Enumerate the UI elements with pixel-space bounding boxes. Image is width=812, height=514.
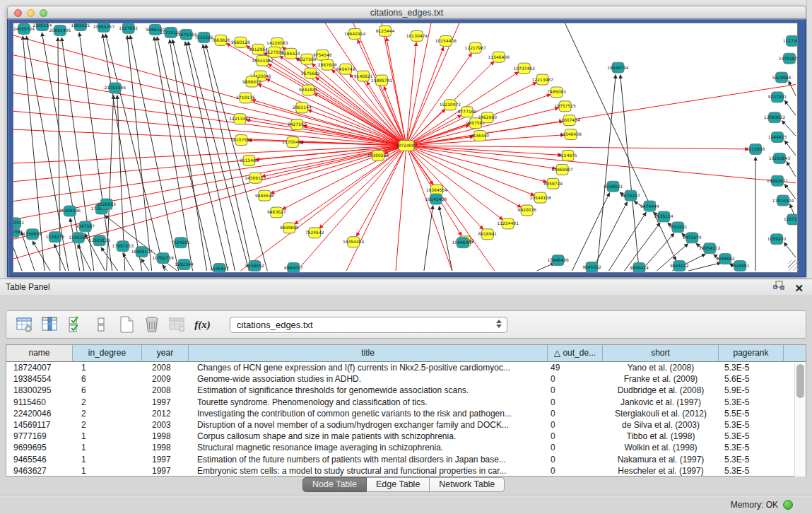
table-row[interactable]: 946554611997Estimation of the future num… [6, 454, 806, 465]
graph-node[interactable]: 18724007 [396, 141, 418, 151]
graph-node[interactable]: 8959719 [543, 178, 563, 189]
graph-node[interactable]: 17016504 [772, 195, 794, 206]
table-row[interactable]: 1938455462009Genome-wide association stu… [6, 373, 806, 385]
graph-node[interactable]: 1065525 [71, 23, 90, 30]
graph-node[interactable]: 9329968 [772, 72, 792, 83]
graph-node[interactable]: 9660128 [231, 37, 250, 47]
graph-node[interactable]: 8918941 [478, 229, 497, 240]
graph-node[interactable]: 1244415 [768, 132, 787, 143]
minimize-window-icon[interactable] [27, 9, 35, 17]
tab-edge-table[interactable]: Edge Table [367, 477, 430, 492]
graph-node[interactable]: 9645012 [582, 262, 601, 273]
table-row[interactable]: 1456911722003Disruption of a novel membe… [6, 419, 806, 431]
graph-node[interactable]: 7515526 [194, 32, 213, 42]
table-settings-icon[interactable] [15, 315, 34, 334]
graph-node[interactable]: 15751874 [779, 53, 798, 64]
graph-node[interactable]: 8427552 [288, 119, 307, 130]
graph-node[interactable]: 10969907 [551, 164, 573, 175]
row-selection-icon[interactable] [66, 315, 85, 334]
graph-node[interactable]: 9465546 [255, 190, 274, 201]
close-panel-icon[interactable]: ✕ [794, 283, 804, 293]
graph-node[interactable]: 10737493 [513, 63, 535, 74]
table-select-combobox[interactable]: citations_edges.txt [230, 317, 507, 333]
graph-node[interactable]: 9154971 [558, 150, 577, 160]
graph-node[interactable]: 11254481 [498, 218, 519, 229]
graph-node[interactable]: 1156869 [23, 229, 42, 240]
table-row[interactable]: 2242004622012Investigating the contribut… [6, 408, 806, 419]
graph-node[interactable]: 6679197 [621, 190, 640, 201]
column-display-icon[interactable] [40, 315, 59, 334]
graph-node[interactable]: 11607434 [558, 115, 580, 126]
graph-node[interactable]: 18107554 [230, 135, 252, 146]
graph-node[interactable]: 18757515 [554, 101, 576, 112]
graph-node[interactable]: 19145458 [425, 194, 447, 204]
resize-grip-icon[interactable] [788, 260, 799, 271]
graph-node[interactable]: 9445012 [670, 261, 689, 271]
graph-node[interactable]: 10655257 [93, 23, 115, 32]
graph-node[interactable]: 1527602 [119, 23, 138, 34]
column-header-in_degree[interactable]: in_degree [73, 345, 142, 362]
graph-node[interactable]: 7632621 [669, 222, 688, 233]
graph-node[interactable]: 9474444 [640, 201, 659, 211]
table-row[interactable]: 977716911998Corpus callosum shape and si… [6, 431, 806, 442]
graph-node[interactable]: 8964017 [284, 263, 303, 273]
graph-node[interactable]: 1117304 [783, 35, 798, 46]
column-header-short[interactable]: short [603, 345, 719, 362]
memory-status-icon[interactable] [783, 500, 793, 510]
graph-node[interactable]: 16354414 [343, 237, 365, 247]
graph-node[interactable]: 7524542 [305, 228, 324, 238]
graph-node[interactable]: 9699695 [280, 223, 299, 233]
window-titlebar[interactable]: citations_edges.txt [7, 6, 806, 19]
graph-node[interactable]: 9024501 [731, 261, 750, 271]
graph-node[interactable]: 9397587 [76, 221, 95, 232]
column-header-pagerank[interactable]: pagerank [719, 345, 784, 362]
graph-node[interactable]: 14569117 [245, 173, 266, 183]
graph-node[interactable]: 20691406 [49, 25, 71, 35]
graph-node[interactable]: 8471670 [683, 233, 702, 243]
function-builder-icon[interactable]: f(x) [193, 315, 212, 334]
table-row[interactable]: 946362711997Embryonic stem cells: a mode… [6, 465, 806, 477]
graph-node[interactable]: 16648794 [607, 62, 629, 73]
graph-node[interactable]: 1059203 [767, 234, 787, 245]
graph-node[interactable]: 3911591 [13, 227, 23, 238]
graph-node[interactable]: 13505135 [89, 235, 111, 246]
graph-node[interactable]: 2718176 [236, 93, 255, 103]
graph-node[interactable]: 7485083 [547, 87, 566, 98]
column-header-name[interactable]: name [6, 345, 73, 362]
float-panel-icon[interactable] [773, 280, 784, 296]
create-table-icon[interactable] [117, 315, 136, 334]
graph-node[interactable]: 24055724 [13, 23, 35, 34]
graph-node[interactable]: 9115460 [240, 155, 259, 165]
graph-node[interactable]: 10654112 [699, 243, 721, 254]
zoom-window-icon[interactable] [40, 9, 47, 17]
table-row[interactable]: 1830029562008Estimation of significance … [6, 385, 806, 396]
graph-node[interactable]: 9639552 [245, 261, 264, 271]
graph-node[interactable]: 9115958 [746, 144, 765, 155]
tab-node-table[interactable]: Node Table [302, 477, 367, 492]
close-window-icon[interactable] [14, 9, 22, 17]
graph-node[interactable]: 9227341 [768, 92, 787, 103]
graph-node[interactable]: 9850414 [630, 263, 649, 273]
column-header-title[interactable]: title [189, 345, 548, 362]
graph-node[interactable]: 12217987 [465, 42, 487, 53]
table-row[interactable]: 911546021997Tourette syndrome. Phenomeno… [6, 397, 806, 408]
table-row[interactable]: 969969511998Structural magnetic resonanc… [6, 442, 806, 453]
delete-entry-icon[interactable] [142, 315, 161, 334]
column-header-year[interactable]: year [142, 345, 189, 362]
graph-node[interactable]: 2803144 [293, 103, 312, 113]
graph-node[interactable]: 2436440 [470, 131, 489, 141]
graph-node[interactable]: 2867608 [318, 59, 337, 70]
tab-network-table[interactable]: Network Table [430, 477, 505, 492]
graph-node[interactable]: 16640914 [344, 28, 366, 39]
table-scrollbar[interactable] [794, 363, 806, 477]
graph-node[interactable]: 10548108 [529, 192, 551, 203]
graph-node[interactable]: 11546409 [560, 129, 582, 140]
table-row[interactable]: 1872400712008Changes of HCN gene express… [6, 362, 806, 373]
graph-node[interactable]: 18130474 [406, 30, 428, 41]
scrollbar-thumb[interactable] [796, 364, 804, 398]
graph-node[interactable]: 9146821 [354, 71, 373, 81]
graph-node[interactable]: 1167533 [784, 214, 798, 225]
toggle-rows-icon[interactable] [91, 315, 110, 334]
graph-node[interactable]: 5675685 [301, 68, 320, 78]
column-header-out_de[interactable]: △ out_de... [548, 345, 603, 362]
